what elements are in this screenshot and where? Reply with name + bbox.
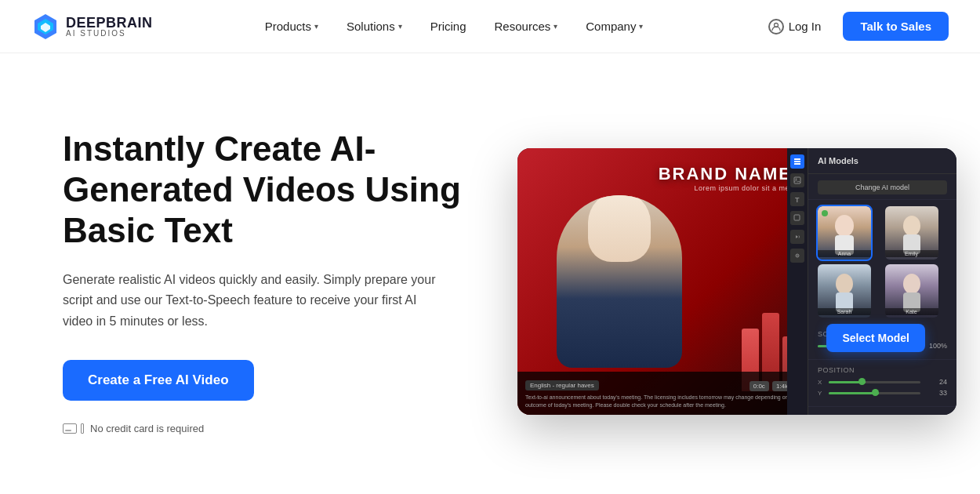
- select-model-button[interactable]: Select Model: [826, 324, 925, 352]
- nav-company[interactable]: Company ▾: [573, 13, 655, 39]
- position-x-row: X 24: [818, 378, 947, 386]
- position-y-row: Y 33: [818, 389, 947, 397]
- right-panel: AI Models Change AI model: [808, 148, 956, 415]
- zindex-section: Z-index 2: [808, 407, 956, 415]
- position-y-slider[interactable]: [829, 392, 920, 394]
- brand-sub: Lorem ipsum dolor sit a met: [659, 184, 792, 192]
- logo-icon: [31, 13, 60, 41]
- credit-card-icon: [63, 423, 84, 434]
- model-grid: Anna Emily: [808, 200, 956, 324]
- svg-rect-4: [794, 158, 800, 160]
- change-model-button[interactable]: Change AI model: [818, 180, 947, 194]
- avatar-body: [557, 195, 682, 368]
- logo[interactable]: DEEPBRAIN AI STUDIOS: [31, 13, 153, 41]
- time-badges: 0:0c 1:4k: [750, 381, 792, 391]
- svg-point-19: [903, 274, 920, 294]
- navbar: DEEPBRAIN AI STUDIOS Products ▾ Solution…: [0, 0, 980, 53]
- nav-pricing[interactable]: Pricing: [418, 13, 479, 39]
- no-credit-card-notice: No credit card is required: [63, 423, 470, 434]
- svg-point-17: [836, 274, 853, 294]
- panel-title: AI Models: [818, 156, 858, 165]
- time-start: 0:0c: [750, 381, 769, 391]
- side-icon-bar: T: [787, 148, 808, 415]
- avatar-head: [588, 195, 651, 262]
- main-content: Instantly Create AI-Generated Videos Usi…: [0, 53, 980, 494]
- svg-rect-5: [794, 161, 800, 162]
- login-button[interactable]: Log In: [756, 13, 834, 41]
- nav-resources[interactable]: Resources ▾: [482, 13, 571, 39]
- ai-avatar: [557, 195, 682, 368]
- language-badge: English - regular haves: [525, 380, 599, 390]
- model-thumb-kate[interactable]: Kate: [885, 264, 938, 318]
- shape-icon[interactable]: [790, 211, 804, 225]
- logo-aistudios: AI STUDIOS: [66, 30, 153, 38]
- zindex-label: Z-index: [818, 413, 947, 415]
- svg-rect-10: [794, 215, 800, 220]
- model-thumb-anna[interactable]: Anna: [818, 206, 871, 260]
- nav-links: Products ▾ Solutions ▾ Pricing Resources…: [252, 13, 656, 39]
- video-script-text: Text-to-ai announcement about today's me…: [525, 394, 800, 409]
- svg-point-15: [903, 216, 920, 236]
- chevron-down-icon: ▾: [554, 22, 557, 31]
- chevron-down-icon: ▾: [639, 22, 643, 31]
- panel-header: AI Models: [808, 148, 956, 174]
- brand-name: BRAND NAME: [659, 164, 792, 184]
- position-x-slider[interactable]: [829, 381, 920, 383]
- hero-right: BRAND NAME Lorem ipsum dolor sit a met: [517, 148, 956, 415]
- hero-description: Generate realistic AI videos quickly and…: [63, 270, 439, 332]
- svg-rect-7: [794, 177, 800, 183]
- logo-text: DEEPBRAIN AI STUDIOS: [66, 16, 153, 38]
- online-indicator: [822, 210, 828, 216]
- svg-text:T: T: [795, 196, 800, 203]
- scale-value: 100%: [925, 342, 947, 350]
- model-thumb-sarah[interactable]: Sarah: [818, 264, 871, 318]
- position-y-value: 33: [925, 389, 947, 397]
- chevron-down-icon: ▾: [314, 22, 318, 31]
- nav-products[interactable]: Products ▾: [252, 13, 331, 39]
- layers-icon[interactable]: [790, 154, 804, 169]
- nav-solutions[interactable]: Solutions ▾: [334, 13, 415, 39]
- video-bottom-bar: English - regular haves 0:0c 1:4k Text-t…: [517, 372, 808, 415]
- svg-point-12: [797, 255, 798, 256]
- logo-deepbrain: DEEPBRAIN: [66, 16, 153, 30]
- chevron-down-icon: ▾: [398, 22, 402, 31]
- svg-point-13: [835, 215, 854, 237]
- position-label: Position: [818, 366, 947, 374]
- audio-icon[interactable]: [790, 230, 804, 244]
- settings-icon[interactable]: [790, 249, 804, 263]
- position-x-value: 24: [925, 378, 947, 386]
- nav-actions: Log In Talk to Sales: [756, 12, 949, 41]
- brand-overlay: BRAND NAME Lorem ipsum dolor sit a met: [659, 164, 792, 192]
- svg-point-8: [796, 179, 797, 180]
- svg-rect-6: [794, 163, 800, 165]
- video-preview: BRAND NAME Lorem ipsum dolor sit a met: [517, 148, 808, 415]
- model-thumb-emily[interactable]: Emily: [885, 206, 938, 260]
- talk-to-sales-button[interactable]: Talk to Sales: [843, 12, 949, 41]
- user-icon: [768, 19, 784, 35]
- image-icon[interactable]: [790, 173, 804, 187]
- hero-title: Instantly Create AI-Generated Videos Usi…: [63, 129, 470, 251]
- create-video-button[interactable]: Create a Free AI Video: [63, 360, 254, 401]
- position-section: Position X 24 Y: [808, 360, 956, 407]
- text-icon[interactable]: T: [790, 192, 804, 206]
- product-screenshot: BRAND NAME Lorem ipsum dolor sit a met: [517, 148, 956, 415]
- hero-left: Instantly Create AI-Generated Videos Usi…: [63, 129, 470, 434]
